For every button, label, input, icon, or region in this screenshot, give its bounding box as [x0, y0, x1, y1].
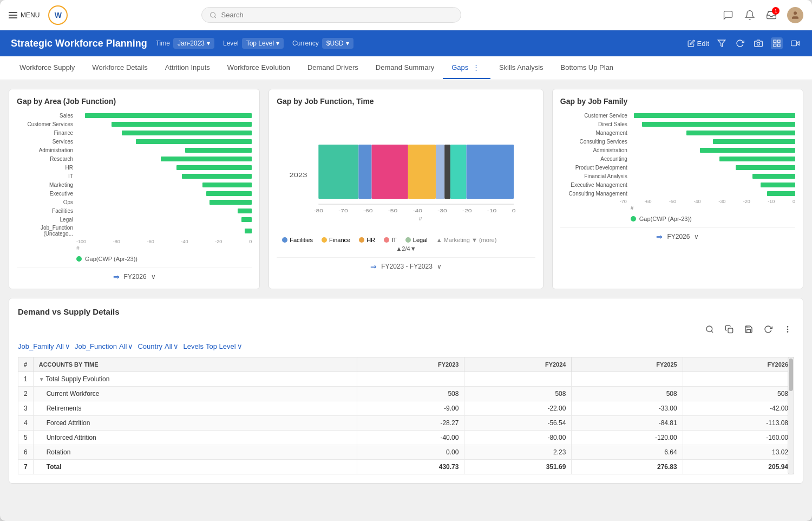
chart2-pagination[interactable]: ▲ 2/4 ▼ [277, 245, 535, 252]
table-row: 7Total430.73351.69276.83205.94 [18, 460, 794, 474]
bar-row: Services [17, 138, 252, 145]
svg-rect-4 [774, 40, 776, 43]
chart3-footer[interactable]: ⇒ FY2026 ∨ [560, 227, 795, 241]
col-fy2024[interactable]: FY2024 [464, 357, 572, 372]
filter-icon[interactable] [716, 37, 728, 49]
svg-text:0: 0 [512, 208, 516, 213]
edit-button[interactable]: Edit [687, 40, 709, 48]
chart1-bars: SalesCustomer ServicesFinanceServicesAdm… [17, 112, 252, 251]
table-more-icon[interactable] [781, 323, 794, 336]
chart3-legend: Gap(CWP (Apr-23)) [560, 216, 795, 222]
bar-row: Consulting Services [560, 138, 795, 145]
filter-job-function[interactable]: Job_Function All ∨ [75, 342, 134, 350]
search-bar[interactable] [201, 7, 461, 23]
col-fy2023[interactable]: FY2023 [357, 357, 464, 372]
avatar[interactable] [787, 7, 803, 23]
svg-rect-13 [372, 145, 408, 199]
svg-rect-14 [408, 145, 436, 199]
chart3-bars: Customer ServiceDirect SalesManagementCo… [560, 112, 795, 211]
bar-row: Sales [17, 112, 252, 119]
time-filter[interactable]: Time Jan-2023 ▾ [156, 38, 214, 49]
tab-workforce-evolution[interactable]: Workforce Evolution [219, 57, 299, 79]
tab-workforce-details[interactable]: Workforce Details [83, 57, 156, 79]
table-row: 2Current Workforce508508508508 [18, 387, 794, 401]
filter-job-family[interactable]: Job_Family All ∨ [18, 342, 70, 350]
logo-icon: W [48, 5, 68, 25]
bar-row: Facilities [17, 207, 252, 214]
chart2-footer[interactable]: ⇒ FY2023 - FY2023 ∨ [277, 257, 535, 271]
svg-text:-10: -10 [487, 208, 497, 213]
svg-rect-7 [777, 44, 780, 47]
demand-supply-table-card: Demand vs Supply Details [9, 298, 803, 484]
filter-levels[interactable]: Levels Top Level ∨ [183, 342, 242, 350]
chart3-xaxis: -70-60-50-40-30-20-100 [560, 199, 795, 204]
bar-row: Finance [17, 129, 252, 136]
col-fy2026[interactable]: FY2026 [683, 357, 794, 372]
svg-point-32 [787, 327, 788, 327]
svg-point-1 [794, 11, 797, 15]
hamburger-icon [9, 12, 17, 18]
chart2-legend: Facilities Finance HR IT Legal ▲ Marketi… [277, 237, 535, 243]
svg-marker-2 [718, 40, 725, 47]
tab-bottoms-up-plan[interactable]: Bottoms Up Plan [552, 57, 623, 79]
table-title: Demand vs Supply Details [18, 307, 794, 316]
tab-demand-drivers[interactable]: Demand Drivers [299, 57, 367, 79]
table-row: 5Unforced Attrition-40.00-80.00-120.00-1… [18, 431, 794, 445]
grid-icon[interactable] [771, 37, 783, 49]
tab-workforce-supply[interactable]: Workforce Supply [11, 57, 83, 79]
chat-icon[interactable] [722, 9, 734, 21]
bar-row: Executive [17, 190, 252, 197]
bar-row: HR [17, 164, 252, 171]
page-title: Strategic Workforce Planning [11, 38, 147, 49]
table-save-icon[interactable] [742, 323, 755, 336]
search-input[interactable] [221, 11, 454, 19]
chart3-legend-dot [631, 216, 636, 222]
svg-point-30 [706, 326, 712, 332]
notification-icon[interactable] [744, 9, 756, 21]
svg-point-33 [787, 329, 788, 329]
notification-badge: 1 [772, 7, 780, 15]
bar-row: Administration [560, 147, 795, 153]
filter-country[interactable]: Country All ∨ [137, 342, 179, 350]
data-table: # ACCOUNTS BY TIME FY2023 FY2024 FY2025 … [18, 357, 794, 474]
svg-text:-80: -80 [314, 208, 324, 213]
chart1-footer[interactable]: ⇒ FY2026 ∨ [17, 268, 252, 281]
svg-text:-60: -60 [363, 208, 373, 213]
svg-rect-15 [436, 145, 444, 199]
video-icon[interactable] [789, 37, 801, 49]
chart1-title: Gap by Area (Job Function) [17, 97, 252, 106]
level-filter[interactable]: Level Top Level ▾ [223, 38, 284, 49]
table-copy-icon[interactable] [723, 323, 736, 336]
svg-rect-12 [359, 145, 372, 199]
svg-text:-20: -20 [462, 208, 472, 213]
camera-icon[interactable] [752, 37, 764, 49]
svg-rect-18 [467, 145, 514, 199]
bar-row: Consulting Management [560, 190, 795, 197]
tab-attrition-inputs[interactable]: Attrition Inputs [156, 57, 219, 79]
table-refresh-icon[interactable] [762, 323, 775, 336]
tab-gaps[interactable]: Gaps ⋮ [443, 57, 490, 79]
table-row: 3Retirements-9.00-22.00-33.00-42.00 [18, 401, 794, 416]
bar-row: Ops [17, 199, 252, 205]
table-toolbar [18, 323, 794, 336]
svg-rect-31 [728, 328, 733, 333]
search-icon [209, 11, 217, 19]
table-search-icon[interactable] [703, 323, 716, 336]
logo: W [48, 5, 68, 25]
bar-row: Customer Service [560, 112, 795, 119]
col-num: # [18, 357, 34, 372]
bar-row: Executive Management [560, 181, 795, 188]
svg-text:-40: -40 [413, 208, 423, 213]
currency-filter[interactable]: Currency $USD ▾ [292, 38, 353, 49]
refresh-icon[interactable] [734, 37, 746, 49]
tab-skills-analysis[interactable]: Skills Analysis [490, 57, 552, 79]
bar-row: Research [17, 155, 252, 162]
col-label[interactable]: ACCOUNTS BY TIME [33, 357, 357, 372]
inbox-icon[interactable]: 1 [765, 9, 777, 21]
col-fy2025[interactable]: FY2025 [572, 357, 683, 372]
menu-button[interactable]: MENU [9, 11, 40, 19]
chart2-svg: 2023 [282, 112, 530, 237]
tab-demand-summary[interactable]: Demand Summary [367, 57, 443, 79]
svg-text:#: # [419, 216, 423, 222]
scrollbar[interactable] [788, 357, 794, 474]
